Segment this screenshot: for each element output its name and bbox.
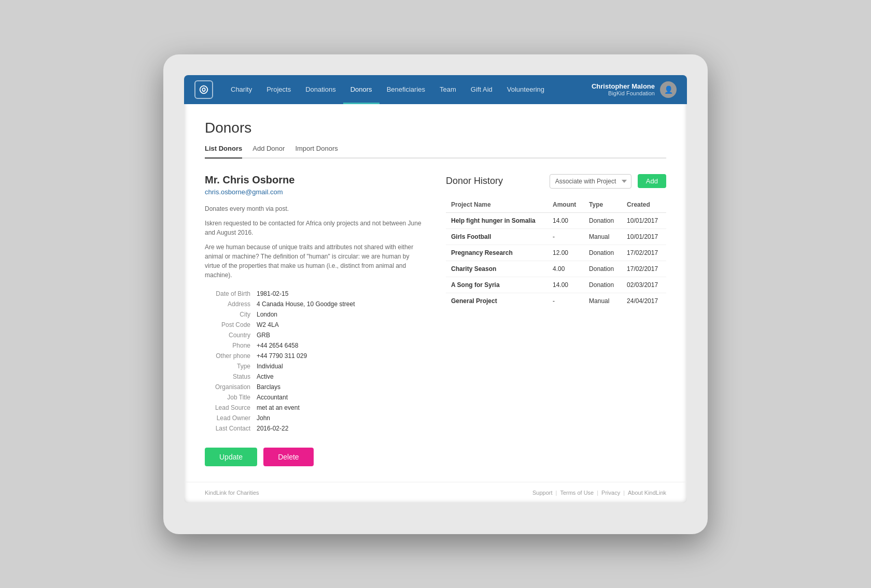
field-dob: Date of Birth 1981-02-15: [205, 290, 425, 297]
field-lead-owner: Lead Owner John: [205, 414, 425, 422]
cell-amount: 14.00: [547, 212, 584, 228]
col-project-name: Project Name: [446, 197, 547, 213]
value-status: Active: [257, 373, 274, 380]
navbar: Charity Projects Donations Donors Benefi…: [184, 75, 687, 104]
add-button[interactable]: Add: [638, 174, 666, 188]
value-postcode: W2 4LA: [257, 321, 279, 328]
value-dob: 1981-02-15: [257, 290, 288, 297]
cell-project: Charity Season: [446, 261, 547, 277]
col-amount: Amount: [547, 197, 584, 213]
donor-note-1: Donates every month via post.: [205, 204, 425, 213]
cell-project: Pregnancy Research: [446, 245, 547, 261]
nav-gift-aid[interactable]: Gift Aid: [463, 75, 500, 104]
label-organisation: Organisation: [205, 383, 257, 391]
user-info: Christopher Malone BigKid Foundation 👤: [592, 81, 677, 98]
laptop-shell: Charity Projects Donations Donors Benefi…: [163, 54, 708, 534]
value-organisation: Barclays: [257, 383, 280, 391]
table-row: General Project - Manual 24/04/2017: [446, 293, 666, 309]
nav-projects[interactable]: Projects: [259, 75, 298, 104]
table-row: A Song for Syria 14.00 Donation 02/03/20…: [446, 277, 666, 293]
label-last-contact: Last Contact: [205, 425, 257, 432]
cell-created: 10/01/2017: [622, 228, 666, 245]
footer-brand: KindLink for Charities: [205, 490, 259, 496]
field-city: City London: [205, 311, 425, 318]
donor-info-table: Date of Birth 1981-02-15 Address 4 Canad…: [205, 290, 425, 432]
footer: KindLink for Charities Support | Terms o…: [184, 482, 687, 503]
subnav-add-donor[interactable]: Add Donor: [252, 145, 285, 157]
cell-project: Help fight hunger in Somalia: [446, 212, 547, 228]
footer-about[interactable]: About KindLink: [628, 490, 666, 496]
action-buttons: Update Delete: [205, 448, 425, 466]
donor-note-2: Iskren requested to be contacted for Afr…: [205, 219, 425, 237]
footer-terms[interactable]: Terms of Use: [560, 490, 594, 496]
table-row: Girls Football - Manual 10/01/2017: [446, 228, 666, 245]
donor-email: chris.osborne@gmail.com: [205, 188, 425, 196]
cell-amount: 14.00: [547, 277, 584, 293]
value-last-contact: 2016-02-22: [257, 425, 288, 432]
update-button[interactable]: Update: [205, 448, 257, 466]
user-name: Christopher Malone: [592, 82, 655, 90]
nav-donations[interactable]: Donations: [298, 75, 343, 104]
cell-type: Donation: [584, 261, 622, 277]
footer-support[interactable]: Support: [532, 490, 553, 496]
table-row: Help fight hunger in Somalia 14.00 Donat…: [446, 212, 666, 228]
cell-created: 17/02/2017: [622, 245, 666, 261]
nav-volunteering[interactable]: Volunteering: [500, 75, 552, 104]
label-other-phone: Other phone: [205, 352, 257, 360]
donor-section: Mr. Chris Osborne chris.osborne@gmail.co…: [205, 174, 666, 466]
donor-note-3: Are we human because of unique traits an…: [205, 242, 425, 280]
subnav-list-donors[interactable]: List Donors: [205, 145, 242, 159]
table-row: Pregnancy Research 12.00 Donation 17/02/…: [446, 245, 666, 261]
label-status: Status: [205, 373, 257, 380]
cell-created: 24/04/2017: [622, 293, 666, 309]
field-country: Country GRB: [205, 332, 425, 339]
cell-amount: 4.00: [547, 261, 584, 277]
label-city: City: [205, 311, 257, 318]
nav-beneficiaries[interactable]: Beneficiaries: [380, 75, 432, 104]
avatar: 👤: [660, 81, 677, 98]
label-postcode: Post Code: [205, 321, 257, 328]
field-lead-source: Lead Source met at an event: [205, 404, 425, 411]
label-lead-source: Lead Source: [205, 404, 257, 411]
cell-type: Donation: [584, 212, 622, 228]
cell-project: General Project: [446, 293, 547, 309]
label-phone: Phone: [205, 342, 257, 349]
cell-amount: 12.00: [547, 245, 584, 261]
app-logo[interactable]: [194, 80, 213, 99]
value-phone: +44 2654 6458: [257, 342, 298, 349]
label-type: Type: [205, 363, 257, 370]
table-row: Charity Season 4.00 Donation 17/02/2017: [446, 261, 666, 277]
cell-type: Donation: [584, 245, 622, 261]
value-lead-source: met at an event: [257, 404, 300, 411]
nav-charity[interactable]: Charity: [223, 75, 259, 104]
associate-project-select[interactable]: Associate with Project: [550, 174, 631, 189]
label-job-title: Job Title: [205, 394, 257, 401]
label-address: Address: [205, 300, 257, 308]
user-org: BigKid Foundation: [592, 90, 655, 96]
field-organisation: Organisation Barclays: [205, 383, 425, 391]
cell-amount: -: [547, 228, 584, 245]
value-job-title: Accountant: [257, 394, 288, 401]
cell-type: Donation: [584, 277, 622, 293]
field-last-contact: Last Contact 2016-02-22: [205, 425, 425, 432]
cell-created: 10/01/2017: [622, 212, 666, 228]
nav-team[interactable]: Team: [432, 75, 463, 104]
field-postcode: Post Code W2 4LA: [205, 321, 425, 328]
footer-privacy[interactable]: Privacy: [601, 490, 620, 496]
field-status: Status Active: [205, 373, 425, 380]
field-address: Address 4 Canada House, 10 Goodge street: [205, 300, 425, 308]
donor-history-table: Project Name Amount Type Created Help fi…: [446, 197, 666, 309]
value-other-phone: +44 7790 311 029: [257, 352, 307, 360]
field-type: Type Individual: [205, 363, 425, 370]
page-title: Donors: [205, 120, 666, 136]
main-content: Donors List Donors Add Donor Import Dono…: [184, 104, 687, 482]
delete-button[interactable]: Delete: [263, 448, 313, 466]
cell-project: Girls Football: [446, 228, 547, 245]
label-country: Country: [205, 332, 257, 339]
nav-donors[interactable]: Donors: [343, 75, 380, 104]
donor-right-panel: Donor History Associate with Project Add…: [446, 174, 666, 466]
donor-name: Mr. Chris Osborne: [205, 174, 425, 186]
donor-left-panel: Mr. Chris Osborne chris.osborne@gmail.co…: [205, 174, 425, 466]
field-job-title: Job Title Accountant: [205, 394, 425, 401]
subnav-import-donors[interactable]: Import Donors: [295, 145, 338, 157]
